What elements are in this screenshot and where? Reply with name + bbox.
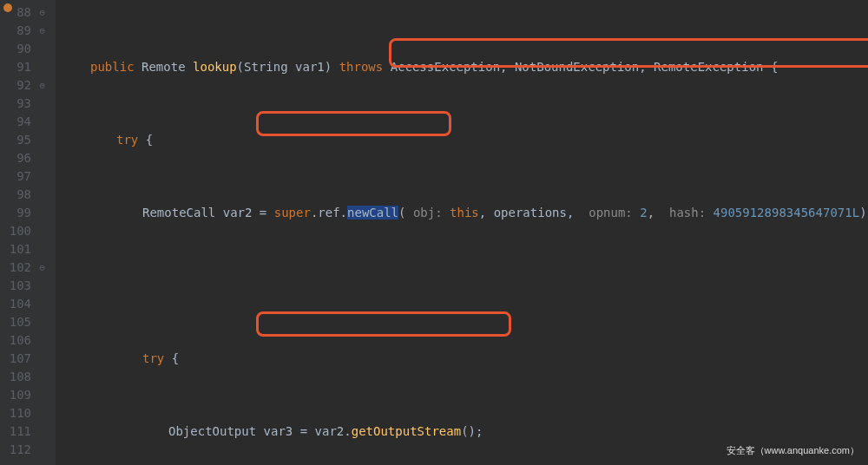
watermark-label: 安全客（www.anquanke.com） — [727, 442, 859, 460]
fold-icon[interactable]: ⊖ — [39, 3, 45, 22]
line-number: 94 — [0, 113, 50, 131]
code-line: public Remote lookup(String var1) throws… — [56, 58, 868, 76]
line-number: 112 — [0, 441, 50, 459]
line-number: 98 — [0, 186, 50, 204]
line-number: 92⊖ — [0, 76, 50, 95]
line-number: 95 — [0, 131, 50, 149]
code-text: .ref. — [311, 206, 347, 219]
line-number: 110 — [0, 404, 50, 422]
line-number: 105 — [0, 313, 50, 331]
line-number: 96 — [0, 149, 50, 167]
code-area[interactable]: public Remote lookup(String var1) throws… — [56, 0, 868, 465]
line-number: 103 — [0, 277, 50, 295]
code-text: ObjectOutput var3 = var2. — [168, 424, 352, 438]
line-number: 109 — [0, 386, 50, 404]
punct: (); — [461, 424, 483, 438]
number-literal: 4905912898345647071L — [706, 206, 859, 219]
punct: ( — [398, 206, 413, 219]
line-number: 111 — [0, 422, 50, 441]
highlight-box-icon — [256, 311, 511, 337]
code-line-empty — [56, 277, 868, 295]
line-number: 89⊖ — [0, 22, 50, 40]
line-number: 102⊖ — [0, 259, 50, 277]
code-line: ObjectOutput var3 = var2.getOutputStream… — [56, 422, 868, 441]
code-line: RemoteCall var2 = super.ref.newCall( obj… — [56, 204, 868, 222]
param-hint: opnum: — [589, 206, 633, 219]
code-text: RemoteCall var2 = — [142, 206, 274, 219]
fold-icon[interactable]: ⊖ — [39, 259, 45, 277]
line-number: 99 — [0, 204, 50, 222]
method-name: getOutputStream — [352, 424, 461, 438]
param: var1) — [288, 60, 339, 74]
line-number: 90 — [0, 40, 50, 58]
line-number: 100 — [0, 222, 50, 240]
punct: ); — [859, 206, 868, 219]
line-number-gutter: 88⊖89⊖909192⊖93949596979899100101102⊖103… — [0, 0, 56, 465]
line-number: 108 — [0, 368, 50, 386]
keyword: try — [142, 351, 164, 365]
code-text: , — [648, 206, 669, 219]
line-number: 101 — [0, 240, 50, 259]
keyword: this — [443, 206, 479, 219]
code-text: AccessException, NotBoundException, Remo… — [383, 60, 778, 74]
brace: { — [164, 351, 179, 365]
keyword: try — [116, 133, 138, 147]
method-name: lookup — [193, 60, 237, 74]
fold-icon[interactable]: ⊖ — [39, 22, 45, 40]
code-text: , operations, — [479, 206, 589, 219]
line-number: 104 — [0, 295, 50, 313]
type-name: String — [244, 60, 288, 74]
method-name-selected: newCall — [347, 206, 398, 219]
line-number: 97 — [0, 167, 50, 186]
param-hint: hash: — [669, 206, 706, 219]
keyword: throws — [339, 60, 384, 74]
code-line: try { — [56, 131, 868, 149]
punct: ( — [237, 60, 244, 74]
keyword: public — [90, 60, 135, 74]
code-editor[interactable]: 88⊖89⊖909192⊖93949596979899100101102⊖103… — [0, 0, 868, 465]
line-number: 106 — [0, 331, 50, 350]
fold-icon[interactable]: ⊖ — [39, 76, 45, 95]
param-hint: obj: — [413, 206, 443, 219]
type-name: Remote — [141, 60, 186, 74]
line-number: 88⊖ — [0, 3, 50, 22]
keyword: super — [274, 206, 311, 219]
line-number: 93 — [0, 95, 50, 113]
line-number: 91 — [0, 58, 50, 76]
brace: { — [138, 133, 153, 147]
code-line: try { — [56, 350, 868, 368]
line-number: 107 — [0, 350, 50, 368]
number-literal: 2 — [633, 206, 648, 219]
